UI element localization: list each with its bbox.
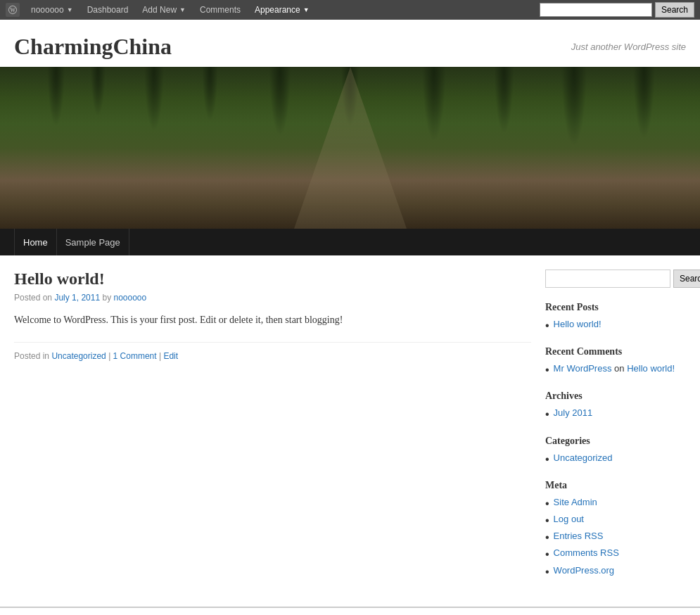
sidebar-search-button[interactable]: Search <box>673 270 700 288</box>
on-label: on <box>614 363 627 374</box>
meta-entries-rss-link[interactable]: Entries RSS <box>554 531 604 541</box>
list-item: • Log out <box>545 514 686 527</box>
site-header: CharmingChina Just another WordPress sit… <box>0 20 700 67</box>
post-content: Welcome to WordPress. This is your first… <box>14 312 531 328</box>
comment-author-link[interactable]: Mr WordPress <box>554 363 612 374</box>
svg-text:W: W <box>10 7 15 13</box>
list-item: • Entries RSS <box>545 531 686 544</box>
hero-overlay <box>0 67 700 229</box>
archives-title: Archives <box>545 391 686 402</box>
meta-logout-link[interactable]: Log out <box>554 514 584 524</box>
admin-site-menu[interactable]: noooooo ▼ <box>25 2 79 18</box>
admin-search-input[interactable] <box>540 3 652 17</box>
bullet-icon: • <box>545 547 549 561</box>
archive-link[interactable]: July 2011 <box>554 407 593 418</box>
site-navigation: Home Sample Page <box>0 229 700 255</box>
post-article: Hello world! Posted on July 1, 2011 by n… <box>14 270 531 361</box>
meta-site-admin-link[interactable]: Site Admin <box>554 497 597 507</box>
sidebar: Search Recent Posts • Hello world! Recen… <box>545 270 686 592</box>
posts-area: Hello world! Posted on July 1, 2011 by n… <box>14 270 531 592</box>
admin-search-area: Search <box>540 2 694 18</box>
recent-posts-list: • Hello world! <box>545 319 686 332</box>
main-content: Hello world! Posted on July 1, 2011 by n… <box>0 255 700 607</box>
archives-widget: Archives • July 2011 <box>545 391 686 421</box>
site-description: Just another WordPress site <box>571 42 686 52</box>
bullet-icon: • <box>545 363 549 376</box>
bullet-icon: • <box>545 565 549 578</box>
list-item: • Comments RSS <box>545 547 686 561</box>
categories-title: Categories <box>545 436 686 447</box>
nav-item-home[interactable]: Home <box>14 229 57 255</box>
archives-list: • July 2011 <box>545 407 686 421</box>
bullet-icon: • <box>545 407 549 421</box>
recent-comments-list: • Mr WordPress on Hello world! <box>545 363 686 376</box>
admin-search-button[interactable]: Search <box>655 2 694 18</box>
admin-dashboard-link[interactable]: Dashboard <box>82 2 134 18</box>
recent-posts-widget: Recent Posts • Hello world! <box>545 302 686 332</box>
categories-widget: Categories • Uncategorized <box>545 436 686 466</box>
meta-comments-rss-link[interactable]: Comments RSS <box>554 547 619 558</box>
meta-list: • Site Admin • Log out • Entries RSS • C… <box>545 497 686 578</box>
bullet-icon: • <box>545 452 549 466</box>
post-title: Hello world! <box>14 270 531 289</box>
admin-add-new-menu[interactable]: Add New ▼ <box>136 2 191 18</box>
recent-comments-widget: Recent Comments • Mr WordPress on Hello … <box>545 346 686 376</box>
bullet-icon: • <box>545 497 549 510</box>
category-link[interactable]: Uncategorized <box>554 452 613 463</box>
site-menu-chevron: ▼ <box>67 6 73 13</box>
meta-wordpress-org-link[interactable]: WordPress.org <box>554 565 614 576</box>
posted-on-label: Posted on <box>14 293 52 303</box>
recent-comments-title: Recent Comments <box>545 346 686 357</box>
post-footer: Posted in Uncategorized | 1 Comment | Ed… <box>14 342 531 361</box>
categories-list: • Uncategorized <box>545 452 686 466</box>
site-title: CharmingChina <box>14 34 172 60</box>
comment-post-link[interactable]: Hello world! <box>627 363 675 374</box>
post-category-link[interactable]: Uncategorized <box>51 351 106 361</box>
meta-title: Meta <box>545 480 686 491</box>
wordpress-logo: W <box>6 3 20 17</box>
bullet-icon: • <box>545 531 549 544</box>
meta-widget: Meta • Site Admin • Log out • Entries RS… <box>545 480 686 578</box>
admin-appearance-menu[interactable]: Appearance ▼ <box>249 2 315 18</box>
bullet-icon: • <box>545 319 549 332</box>
recent-post-link[interactable]: Hello world! <box>554 319 602 329</box>
post-meta: Posted on July 1, 2011 by noooooo <box>14 293 531 303</box>
admin-comments-link[interactable]: Comments <box>194 2 246 18</box>
site-wrapper: CharmingChina Just another WordPress sit… <box>0 20 700 615</box>
post-date-link[interactable]: July 1, 2011 <box>54 293 100 303</box>
posted-in-label: Posted in <box>14 351 49 361</box>
sidebar-search-widget: Search <box>545 270 686 288</box>
post-author-link[interactable]: noooooo <box>113 293 146 303</box>
list-item: • July 2011 <box>545 407 686 421</box>
appearance-chevron: ▼ <box>303 6 310 13</box>
nav-item-sample-page[interactable]: Sample Page <box>57 229 129 255</box>
recent-posts-title: Recent Posts <box>545 302 686 313</box>
sidebar-search-input[interactable] <box>545 270 670 288</box>
hero-image <box>0 67 700 229</box>
list-item: • Hello world! <box>545 319 686 332</box>
site-footer: CharmingChina W Proudly p ASP300 <box>0 607 700 615</box>
post-edit-link[interactable]: Edit <box>163 351 178 361</box>
add-new-chevron: ▼ <box>179 6 186 13</box>
post-comments-link[interactable]: 1 Comment <box>113 351 157 361</box>
list-item: • WordPress.org <box>545 565 686 578</box>
admin-bar: W noooooo ▼ Dashboard Add New ▼ Comments… <box>0 0 700 20</box>
bullet-icon: • <box>545 514 549 527</box>
site-name-label: noooooo <box>31 5 64 15</box>
list-item: • Uncategorized <box>545 452 686 466</box>
list-item: • Site Admin <box>545 497 686 510</box>
list-item: • Mr WordPress on Hello world! <box>545 363 686 376</box>
